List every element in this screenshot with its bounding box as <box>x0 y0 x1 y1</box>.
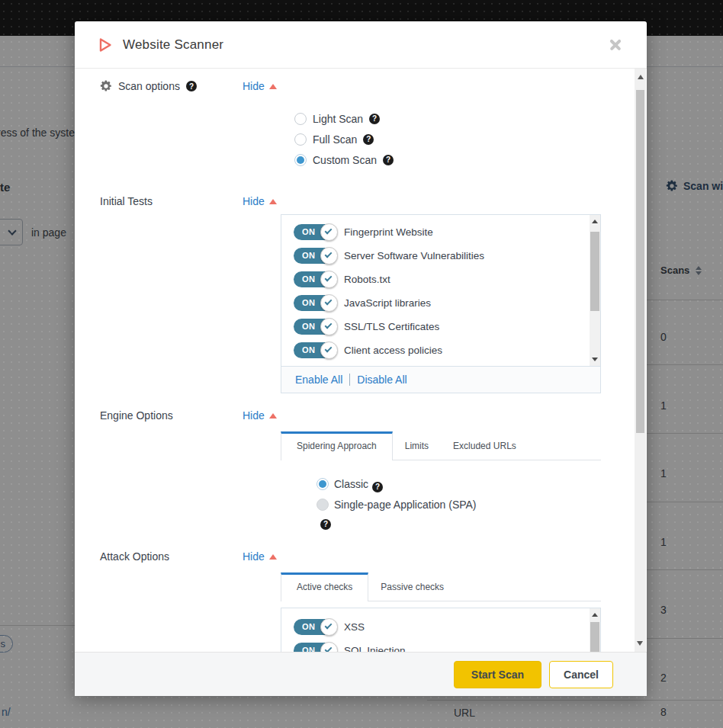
start-scan-button[interactable]: Start Scan <box>454 661 541 688</box>
help-icon[interactable] <box>320 519 331 530</box>
toggle-label: SSL/TLS Certificates <box>344 321 439 332</box>
help-icon[interactable] <box>186 81 197 91</box>
toggle-label: JavaScript libraries <box>344 297 431 309</box>
toggle-on-switch[interactable]: ON <box>294 342 336 358</box>
radio-icon-disabled[interactable] <box>317 499 329 511</box>
check-icon <box>325 345 333 353</box>
help-icon[interactable] <box>369 114 380 124</box>
scrollbar-thumb[interactable] <box>590 622 599 652</box>
attack-options-hide-link[interactable]: Hide <box>243 550 277 563</box>
check-icon <box>325 622 333 630</box>
toggle-knob[interactable] <box>320 247 338 265</box>
list-scrollbar[interactable] <box>590 215 600 366</box>
scroll-down-icon[interactable] <box>637 641 643 646</box>
toggle-label: SQL Injection <box>344 645 406 652</box>
gear-icon <box>100 80 112 92</box>
scroll-up-icon[interactable] <box>592 220 598 223</box>
scroll-up-icon[interactable] <box>638 75 644 79</box>
modal-scrollbar[interactable] <box>635 69 646 652</box>
cancel-button[interactable]: Cancel <box>549 661 613 688</box>
list-bulk-actions: Enable All Disable All <box>281 366 600 393</box>
engine-options-section-header: Engine Options Hide <box>75 409 647 422</box>
scrollbar-thumb[interactable] <box>636 90 644 433</box>
attack-options-tabs: Active checks Passive checks <box>281 572 601 601</box>
tab-limits[interactable]: Limits <box>393 431 441 460</box>
radio-custom-scan[interactable]: Custom Scan <box>294 149 647 170</box>
close-icon[interactable] <box>607 37 624 53</box>
toggle-row-xss: ON XSS <box>294 615 600 639</box>
radio-icon-selected[interactable] <box>317 478 329 490</box>
hide-label: Hide <box>243 80 265 92</box>
toggle-label: XSS <box>344 621 365 633</box>
radio-icon-selected[interactable] <box>294 154 307 166</box>
scroll-up-icon[interactable] <box>592 613 598 617</box>
attack-checks-list: ON XSS ON SQL Injection <box>281 608 601 652</box>
radio-label: Custom Scan <box>313 154 377 166</box>
engine-options-title: Engine Options <box>100 409 173 422</box>
collapse-arrow-icon <box>269 554 277 560</box>
toggle-row-client-access: ON Client access policies <box>294 338 600 362</box>
engine-options-tabs: Spidering Approach Limits Excluded URLs <box>281 431 601 460</box>
toggle-on-switch[interactable]: ON <box>294 319 336 335</box>
toggle-on-switch[interactable]: ON <box>294 248 336 264</box>
collapse-arrow-icon <box>269 199 277 204</box>
scrollbar-thumb[interactable] <box>590 232 599 311</box>
toggle-row-ssl-tls: ON SSL/TLS Certificates <box>294 315 600 338</box>
toggle-on-switch[interactable]: ON <box>294 295 336 311</box>
hide-label: Hide <box>243 550 265 563</box>
hide-label: Hide <box>243 195 265 207</box>
toggle-on-switch[interactable]: ON <box>294 224 336 240</box>
help-icon[interactable] <box>383 155 394 165</box>
radio-label: Full Scan <box>313 133 357 146</box>
scan-options-hide-link[interactable]: Hide <box>243 80 277 92</box>
radio-spa[interactable]: Single-page Application (SPA) <box>317 496 477 530</box>
toggle-knob[interactable] <box>320 223 338 241</box>
toggle-on-switch[interactable]: ON <box>294 619 336 635</box>
radio-icon[interactable] <box>294 133 307 146</box>
collapse-arrow-icon <box>269 413 277 419</box>
toggle-knob[interactable] <box>320 318 338 335</box>
toggle-label: Fingerprint Website <box>344 226 433 238</box>
check-icon <box>325 322 333 329</box>
toggle-row-javascript-libraries: ON JavaScript libraries <box>294 291 600 315</box>
check-icon <box>325 646 333 652</box>
toggle-knob[interactable] <box>320 342 338 359</box>
attack-options-title: Attack Options <box>100 550 169 563</box>
enable-all-link[interactable]: Enable All <box>295 374 342 386</box>
toggle-row-robots-txt: ON Robots.txt <box>294 268 600 291</box>
attack-options-section-header: Attack Options Hide <box>75 550 647 563</box>
toggle-on-switch[interactable]: ON <box>294 271 336 287</box>
initial-tests-section-header: Initial Tests Hide <box>75 194 647 208</box>
initial-tests-list: ON Fingerprint Website ON Server Softwar… <box>281 214 601 393</box>
radio-full-scan[interactable]: Full Scan <box>294 129 647 149</box>
scan-options-section-header: Scan options Hide <box>75 79 647 93</box>
toggle-knob[interactable] <box>320 618 338 636</box>
initial-tests-hide-link[interactable]: Hide <box>243 195 277 207</box>
help-icon[interactable] <box>363 134 374 145</box>
scan-type-radio-group: Light Scan Full Scan Custom Scan <box>294 108 647 170</box>
help-icon[interactable] <box>372 482 383 492</box>
tab-spidering-approach[interactable]: Spidering Approach <box>281 431 393 460</box>
toggle-on-switch[interactable]: ON <box>294 643 336 652</box>
toggle-label: Client access policies <box>344 345 442 356</box>
disable-all-link[interactable]: Disable All <box>357 374 406 386</box>
toggle-row-server-software: ON Server Software Vulnerabilities <box>294 244 600 268</box>
tab-excluded-urls[interactable]: Excluded URLs <box>441 431 529 460</box>
modal-footer: Start Scan Cancel <box>75 652 647 696</box>
radio-classic[interactable]: Classic <box>317 478 383 490</box>
collapse-arrow-icon <box>269 84 277 89</box>
scroll-down-icon[interactable] <box>592 358 598 361</box>
list-scrollbar[interactable] <box>590 608 600 652</box>
radio-light-scan[interactable]: Light Scan <box>294 108 647 129</box>
scan-options-label-group: Scan options <box>75 79 243 93</box>
toggle-row-fingerprint-website: ON Fingerprint Website <box>294 220 600 244</box>
toggle-label: Robots.txt <box>344 274 390 285</box>
spidering-radio-group: Classic Single-page Application (SPA) <box>317 476 477 530</box>
tab-passive-checks[interactable]: Passive checks <box>368 572 456 601</box>
engine-options-hide-link[interactable]: Hide <box>243 409 277 422</box>
toggle-knob[interactable] <box>320 294 338 312</box>
check-icon <box>325 251 333 258</box>
tab-active-checks[interactable]: Active checks <box>281 572 368 601</box>
radio-icon[interactable] <box>294 113 307 125</box>
toggle-knob[interactable] <box>320 271 338 288</box>
